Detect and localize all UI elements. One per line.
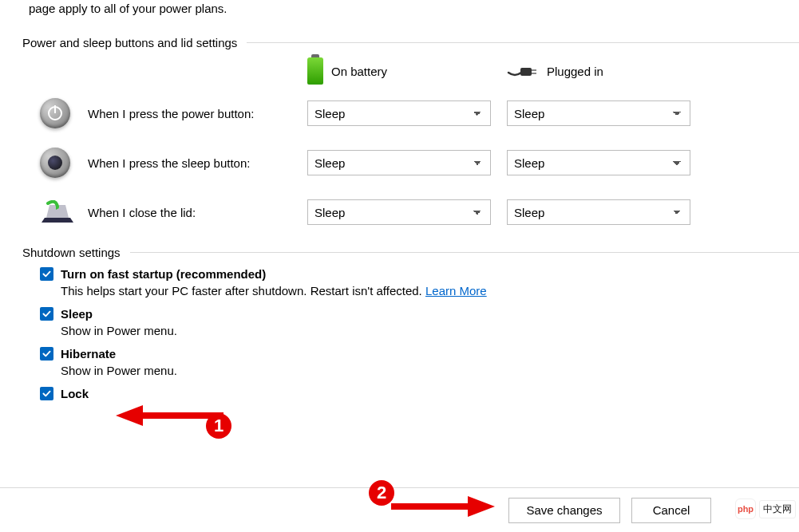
select-lid-plugged[interactable]: Sleep <box>507 199 690 225</box>
svg-rect-0 <box>520 68 532 76</box>
watermark-logo: php <box>735 499 756 519</box>
sleep-button-icon <box>40 148 70 178</box>
row-label-sleep: When I press the sleep button: <box>88 156 307 170</box>
svg-marker-4 <box>116 405 143 426</box>
option-fast-startup: Turn on fast startup (recommended) This … <box>40 267 799 298</box>
divider <box>247 42 799 43</box>
column-label-plugged: Plugged in <box>547 65 603 78</box>
row-label-power: When I press the power button: <box>88 107 307 120</box>
watermark: php 中文网 <box>735 499 796 519</box>
section-header-shutdown: Shutdown settings <box>22 246 799 259</box>
checkbox-description: This helps start your PC faster after sh… <box>61 284 799 298</box>
intro-text: page apply to all of your power plans. <box>0 0 799 15</box>
checkbox-fast-startup[interactable] <box>40 267 53 281</box>
select-power-battery[interactable]: Sleep <box>307 100 491 126</box>
checkbox-description: Show in Power menu. <box>61 364 799 377</box>
laptop-lid-icon <box>40 200 75 224</box>
select-lid-battery[interactable]: Sleep <box>307 199 491 225</box>
checkbox-label: Lock <box>61 387 89 400</box>
annotation-badge-1: 1 <box>206 413 231 439</box>
option-hibernate: Hibernate Show in Power menu. <box>40 347 799 377</box>
select-sleep-plugged[interactable]: Sleep <box>507 150 690 175</box>
power-button-icon <box>40 98 70 128</box>
column-label-battery: On battery <box>331 65 387 78</box>
divider <box>130 252 799 253</box>
watermark-text: 中文网 <box>759 500 796 518</box>
checkbox-hibernate[interactable] <box>40 347 53 361</box>
section-title: Power and sleep buttons and lid settings <box>22 36 237 49</box>
checkbox-label: Turn on fast startup (recommended) <box>61 267 266 281</box>
column-header-battery: On battery <box>307 57 507 85</box>
section-header-buttons-lid: Power and sleep buttons and lid settings <box>22 36 799 49</box>
svg-rect-1 <box>532 69 536 71</box>
svg-marker-6 <box>468 496 495 517</box>
select-power-plugged[interactable]: Sleep <box>507 100 690 126</box>
row-lid: When I close the lid: Sleep Sleep <box>40 196 799 228</box>
learn-more-link[interactable]: Learn More <box>425 284 487 298</box>
desc-text: This helps start your PC faster after sh… <box>61 284 425 298</box>
svg-rect-2 <box>532 73 536 74</box>
cancel-button[interactable]: Cancel <box>631 498 711 523</box>
checkbox-sleep[interactable] <box>40 307 53 321</box>
section-title-shutdown: Shutdown settings <box>22 246 121 259</box>
plug-icon <box>507 63 539 79</box>
annotation-arrow-2 <box>391 495 495 518</box>
row-sleep-button: When I press the sleep button: Sleep Sle… <box>40 147 799 179</box>
column-header-plugged: Plugged in <box>507 63 706 79</box>
option-sleep: Sleep Show in Power menu. <box>40 307 799 337</box>
row-power-button: When I press the power button: Sleep Sle… <box>40 97 799 129</box>
checkbox-label: Hibernate <box>61 347 116 361</box>
checkbox-label: Sleep <box>61 307 93 321</box>
annotation-badge-2: 2 <box>369 480 394 506</box>
battery-icon <box>307 57 323 85</box>
select-sleep-battery[interactable]: Sleep <box>307 150 491 175</box>
save-changes-button[interactable]: Save changes <box>508 498 620 523</box>
checkbox-description: Show in Power menu. <box>61 324 799 337</box>
option-lock: Lock <box>40 387 799 400</box>
row-label-lid: When I close the lid: <box>88 206 307 219</box>
checkbox-lock[interactable] <box>40 387 53 400</box>
